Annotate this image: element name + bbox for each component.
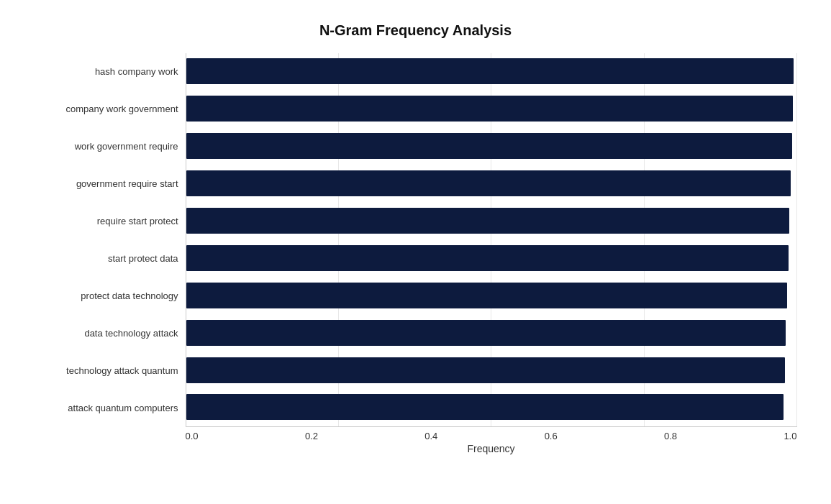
bar <box>186 58 794 84</box>
chart-title: N-Gram Frequency Analysis <box>35 22 797 39</box>
bar <box>186 320 786 346</box>
x-tick: 1.0 <box>784 431 796 441</box>
y-axis-label: data technology attack <box>84 328 178 339</box>
bar <box>186 394 784 420</box>
bars-section <box>186 53 797 427</box>
bar <box>186 357 785 383</box>
bar <box>186 245 789 271</box>
bar-row <box>186 168 797 198</box>
bar <box>186 208 790 234</box>
bar-row <box>186 131 797 161</box>
chart-area: hash company workcompany work government… <box>35 53 797 427</box>
bar <box>186 170 791 196</box>
chart-container: N-Gram Frequency Analysis hash company w… <box>20 8 812 497</box>
bar-row <box>186 280 797 311</box>
y-axis-label: hash company work <box>95 66 178 78</box>
x-tick: 0.6 <box>545 431 558 441</box>
y-axis-label: work government require <box>75 141 178 152</box>
bar-row <box>186 93 797 124</box>
bar <box>186 96 793 122</box>
bar-row <box>186 243 797 273</box>
bar-row <box>186 355 797 385</box>
y-axis-label: government require start <box>76 178 178 190</box>
bar-row <box>186 206 797 236</box>
bar <box>186 283 787 308</box>
y-axis-label: start protect data <box>108 253 178 265</box>
bar-row <box>186 318 797 348</box>
y-axis-labels: hash company workcompany work government… <box>35 53 186 427</box>
y-axis-label: protect data technology <box>81 290 178 302</box>
x-axis-label: Frequency <box>186 443 797 454</box>
y-axis-label: company work government <box>65 104 178 115</box>
bar-row <box>186 392 797 422</box>
bar <box>186 133 792 159</box>
y-axis-label: technology attack quantum <box>66 365 178 377</box>
x-tick: 0.2 <box>305 431 318 441</box>
x-tick: 0.0 <box>186 431 199 441</box>
y-axis-label: require start protect <box>97 216 178 227</box>
x-axis-ticks: 0.00.20.40.60.81.0 <box>186 427 797 441</box>
y-axis-label: attack quantum computers <box>68 403 178 414</box>
x-tick: 0.4 <box>424 431 437 441</box>
x-tick: 0.8 <box>664 431 677 441</box>
bar-row <box>186 56 797 86</box>
